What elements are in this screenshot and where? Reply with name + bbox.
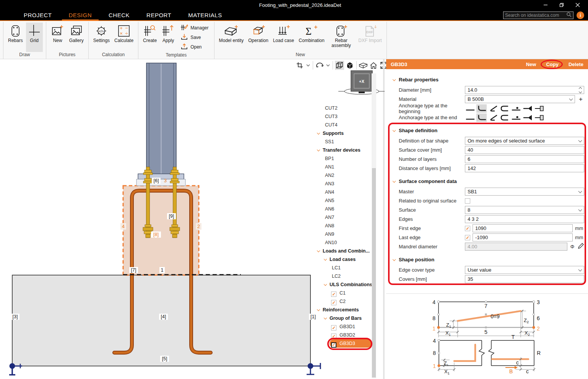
covers-input[interactable]: [465, 275, 584, 283]
tree-item-cut3[interactable]: CUT3: [317, 112, 373, 121]
first-edge-input[interactable]: [473, 224, 573, 232]
scrollbar-thumb[interactable]: [372, 168, 376, 377]
tree-item-bp1[interactable]: BP1: [317, 154, 373, 163]
rebars-button[interactable]: Rebars: [6, 23, 24, 52]
tree-group-uls-combinations[interactable]: ULS Combinations: [317, 280, 373, 289]
anchorage-loop-icon[interactable]: [499, 113, 510, 122]
tree-item-ss1[interactable]: SS1: [317, 138, 373, 146]
tab-project[interactable]: PROJECT: [15, 10, 60, 20]
copy-button[interactable]: Copy: [546, 62, 559, 67]
tree-group-load-cases[interactable]: Load cases: [317, 255, 373, 264]
tree-item-an6[interactable]: AN6: [317, 205, 373, 213]
distance-of-layers-input[interactable]: [465, 164, 584, 172]
tree-item-an3[interactable]: AN3: [317, 180, 373, 188]
bar-shape-definition-select[interactable]: On more edges of selected surface: [465, 137, 584, 145]
tree-item-gb3d3-selected[interactable]: ✓GB3D3: [317, 339, 373, 348]
tree-item-c2[interactable]: ✓C2: [317, 297, 373, 306]
search-box[interactable]: [503, 11, 573, 19]
steel-column[interactable]: [146, 63, 176, 175]
home-view-icon[interactable]: [369, 61, 378, 70]
load-case-button[interactable]: Load case: [271, 23, 296, 52]
tree-item-an4[interactable]: AN4: [317, 188, 373, 196]
section-shape-position[interactable]: Shape position: [393, 257, 584, 262]
checkbox-checked[interactable]: ✓: [331, 292, 336, 297]
anchorage-bend-icon[interactable]: [488, 113, 498, 122]
orbit-tool-icon[interactable]: [315, 61, 324, 70]
surface-cover-input[interactable]: [465, 146, 584, 154]
rebar-assembly-button[interactable]: Rebar assembly: [327, 23, 355, 52]
anchorage-bend-icon[interactable]: [488, 104, 498, 113]
anchorage-hook-icon[interactable]: [476, 113, 487, 122]
grid-button[interactable]: Grid: [26, 23, 43, 52]
tree-item-an10[interactable]: AN10: [317, 238, 373, 247]
template-apply-button[interactable]: Apply: [160, 23, 177, 52]
picture-new-button[interactable]: New: [49, 23, 66, 52]
combination-button[interactable]: Σ Combination: [297, 23, 325, 52]
edit-pencil-icon[interactable]: [577, 243, 584, 251]
tree-group-loads-combinations[interactable]: Loads and Combin...: [317, 247, 373, 255]
material-select[interactable]: B 500B: [465, 95, 575, 103]
orbit-tool-dropdown-icon[interactable]: [325, 61, 331, 70]
first-edge-checkbox[interactable]: ✓: [465, 226, 470, 231]
new-button[interactable]: New: [526, 62, 536, 67]
tab-check[interactable]: CHECK: [100, 10, 138, 20]
support-right[interactable]: [307, 363, 320, 374]
checkbox-checked[interactable]: ✓: [331, 325, 336, 330]
tree-item-cut2[interactable]: CUT2: [317, 104, 373, 112]
delete-button[interactable]: Delete: [569, 62, 583, 67]
operation-button[interactable]: Operation: [247, 23, 270, 52]
tree-item-an5[interactable]: AN5: [317, 196, 373, 205]
minimize-icon[interactable]: [539, 1, 552, 9]
gallery-button[interactable]: Gallery: [68, 23, 85, 52]
template-create-button[interactable]: Create: [141, 23, 158, 52]
section-shape-definition[interactable]: Shape definition: [393, 128, 584, 133]
template-manager-button[interactable]: Manager: [179, 24, 210, 32]
tree-item-gb3d2[interactable]: ✓GB3D2: [317, 331, 373, 339]
anchorage-plate-icon[interactable]: [534, 104, 544, 113]
diameter-input[interactable]: [465, 86, 584, 94]
master-select[interactable]: SB1: [465, 188, 584, 196]
tree-item-an7[interactable]: AN7: [317, 213, 373, 222]
last-edge-checkbox[interactable]: ✓: [465, 235, 470, 240]
spinner-stepper[interactable]: [578, 87, 582, 93]
anchorage-welded-bar-icon[interactable]: [511, 104, 521, 113]
anchorage-head-icon[interactable]: [522, 113, 533, 122]
tree-item-lc2[interactable]: LC2: [317, 272, 373, 280]
number-of-layers-input[interactable]: [465, 155, 584, 163]
related-surface-checkbox[interactable]: [465, 198, 470, 204]
section-surface-component[interactable]: Surface component data: [393, 178, 584, 184]
info-button[interactable]: i: [577, 11, 584, 19]
viewport-scrollbar[interactable]: [372, 73, 376, 378]
restore-icon[interactable]: [555, 1, 568, 9]
pedestal-block[interactable]: [123, 186, 199, 275]
tree-item-gb3d1[interactable]: ✓GB3D1: [317, 322, 373, 331]
surface-select[interactable]: 8: [465, 206, 584, 214]
section-view-icon[interactable]: [359, 61, 368, 70]
footing-block[interactable]: [12, 275, 310, 366]
model-entity-button[interactable]: Model entity: [218, 23, 245, 52]
tree-group-reinforcements[interactable]: Reinforcements: [317, 306, 373, 314]
edge-cover-type-select[interactable]: User value: [465, 266, 584, 274]
tree-item-cut4[interactable]: CUT4: [317, 121, 373, 129]
search-icon[interactable]: [566, 12, 572, 19]
edges-input[interactable]: [465, 215, 584, 223]
tree-item-c1[interactable]: ✓C1: [317, 289, 373, 297]
tree-group-group-of-bars[interactable]: Group of Bars: [317, 314, 373, 322]
tree-item-lc1[interactable]: LC1: [317, 264, 373, 272]
anchorage-plate-icon[interactable]: [534, 113, 544, 122]
anchorage-head-icon[interactable]: [522, 104, 533, 113]
tree-item-an1[interactable]: AN1: [317, 163, 373, 171]
wireframe-view-icon[interactable]: [335, 61, 344, 70]
section-rebar-properties[interactable]: Rebar properties: [393, 77, 584, 83]
anchorage-straight-icon[interactable]: [465, 104, 475, 113]
tab-materials[interactable]: MATERIALS: [180, 10, 230, 20]
clip-tool-dropdown-icon[interactable]: [305, 61, 311, 70]
add-material-button[interactable]: +: [577, 96, 584, 102]
settings-button[interactable]: </> Settings: [92, 23, 111, 52]
tab-report[interactable]: REPORT: [138, 10, 180, 20]
last-edge-input[interactable]: [473, 233, 573, 241]
tree-item-an9[interactable]: AN9: [317, 230, 373, 238]
template-save-button[interactable]: Save: [179, 33, 210, 42]
tree-item-an2[interactable]: AN2: [317, 171, 373, 180]
checkbox-checked[interactable]: ✓: [331, 334, 336, 339]
